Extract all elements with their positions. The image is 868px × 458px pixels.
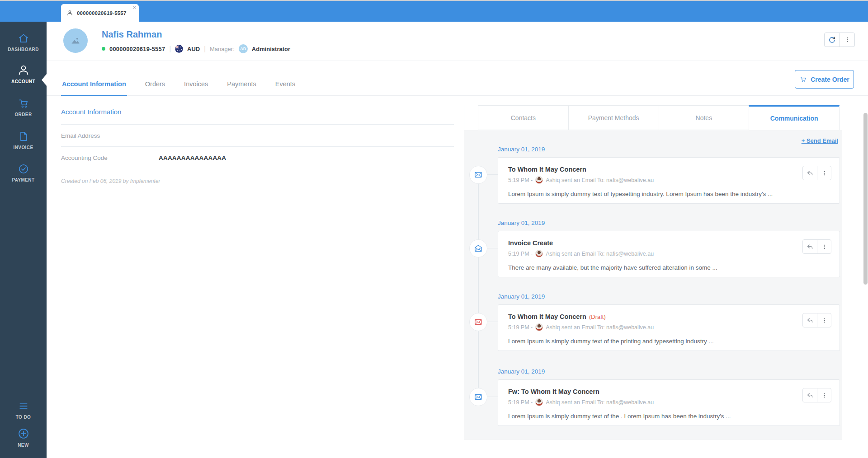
email-meta: 5:19 PM - Ashiq sent an Email To: nafis@… [508,398,830,406]
tab-payments[interactable]: Payments [226,80,257,95]
tab-notes[interactable]: Notes [659,105,750,130]
tab-invoices[interactable]: Invoices [183,80,209,95]
tab-events[interactable]: Events [274,80,296,95]
email-subject: To Whom It May Concern(Draft) [508,313,830,320]
manager-badge: AD [239,44,248,53]
sidebar-item-invoice[interactable]: INVOICE [0,131,47,150]
home-icon [18,33,29,44]
person-icon [17,64,30,76]
currency-code: AUD [187,46,200,52]
sender-avatar [535,398,543,406]
sidebar-item-todo[interactable]: TO DO [0,400,47,420]
email-meta: 5:19 PM - Ashiq sent an Email To: nafis@… [508,323,830,331]
tab-payment-methods[interactable]: Payment Methods [568,105,659,130]
account-meta-row: 000000020619-5557 | AUD | Manager: AD [102,44,290,53]
divider: | [169,45,171,52]
timeline-entry: January 01, 2019 To Whom It May Concern … [464,146,842,204]
reply-icon [807,317,813,324]
person-icon [66,9,73,16]
sidebar-item-label: ACCOUNT [0,79,47,84]
envelope-closed-icon [469,388,487,406]
tab-account-information[interactable]: Account Information [61,80,127,96]
list-lines-icon [18,400,29,412]
sender-avatar [535,176,543,184]
section-title: Account Information [61,108,454,116]
close-icon[interactable]: × [132,5,136,11]
kebab-menu-icon [821,170,827,177]
email-preview: There are many available, but the majori… [508,264,830,271]
timeline-connector [487,322,498,322]
sidebar-item-account[interactable]: ACCOUNT [0,64,47,84]
account-number: 000000020619-5557 [109,46,165,52]
header-action-group [824,33,855,47]
email-time: 5:19 PM - [508,399,533,406]
divider: | [204,45,206,52]
send-email-link[interactable]: + Send Email [802,137,838,144]
email-more-button[interactable] [817,388,831,402]
reply-button[interactable] [803,388,817,402]
app-window: 000000020619-5557 × DASHBOARD ACCOUNT [0,0,868,458]
email-card[interactable]: Invoice Create 5:19 PM - Ashiq sent an E… [498,231,840,277]
reply-button[interactable] [803,166,817,180]
account-avatar [63,28,88,53]
draft-badge: (Draft) [589,313,606,320]
email-subject: Fw: To Whom It May Concern [508,388,830,395]
kebab-menu-icon [821,243,827,250]
email-more-button[interactable] [817,240,831,253]
email-preview: Lorem Ipsum is simply dummy text of type… [508,191,830,197]
account-tab-label: 000000020619-5557 [77,10,127,16]
email-more-button[interactable] [817,313,831,327]
vertical-scrollbar[interactable] [863,113,868,285]
tab-contacts[interactable]: Contacts [478,105,569,130]
timeline-date: January 01, 2019 [498,146,842,153]
create-order-label: Create Order [811,76,849,83]
email-action-group [802,388,831,402]
email-sender: Ashiq sent an Email To: nafis@webalive.a… [546,324,654,331]
tab-orders[interactable]: Orders [144,80,166,95]
timeline-date: January 01, 2019 [498,368,842,375]
email-more-button[interactable] [817,166,831,180]
reply-icon [807,170,813,177]
tab-communication[interactable]: Communication [749,105,840,130]
sidebar-item-label: NEW [0,443,47,448]
created-note: Created on Feb 06, 2019 by Implementer [61,178,454,184]
envelope-closed-icon [469,166,487,184]
reply-button[interactable] [803,313,817,327]
timeline-connector [487,248,498,248]
create-order-button[interactable]: Create Order [795,70,854,89]
timeline-line [478,175,479,397]
email-sender: Ashiq sent an Email To: nafis@webalive.a… [546,177,654,183]
panel-tab-bar: Contacts Payment Methods Notes Communica… [478,105,840,130]
reply-icon [807,243,813,250]
refresh-button[interactable] [825,33,840,47]
sidebar-item-label: TO DO [0,415,47,420]
field-label: Accounting Code [61,154,159,161]
manager-name: Administrator [252,46,290,52]
account-tab[interactable]: 000000020619-5557 × [61,4,139,22]
image-placeholder-icon [70,35,81,47]
sidebar: DASHBOARD ACCOUNT ORDER INVOICE [0,22,47,458]
sidebar-item-label: DASHBOARD [0,47,47,52]
timeline-connector [487,397,498,397]
more-options-button[interactable] [840,33,854,47]
sidebar-item-payment[interactable]: PAYMENT [0,163,47,182]
sidebar-item-dashboard[interactable]: DASHBOARD [0,33,47,52]
timeline-entry: January 01, 2019 Fw: To Whom It May Conc… [464,368,842,426]
email-sender: Ashiq sent an Email To: nafis@webalive.a… [546,251,654,257]
reply-button[interactable] [803,240,817,253]
sidebar-item-label: ORDER [0,112,47,117]
email-card[interactable]: To Whom It May Concern(Draft) 5:19 PM - … [498,304,840,351]
email-action-group [802,166,831,180]
sidebar-item-order[interactable]: ORDER [0,98,47,117]
refresh-icon [828,36,836,44]
sender-avatar [535,250,543,257]
sidebar-item-label: INVOICE [0,145,47,150]
sidebar-item-new[interactable]: NEW [0,427,47,448]
timeline-entry: January 01, 2019 To Whom It May Concern(… [464,293,842,351]
timeline-entry: January 01, 2019 Invoice Create 5:19 PM … [464,220,842,277]
main-tab-bar: Account Information Orders Invoices Paym… [47,61,868,96]
email-card[interactable]: To Whom It May Concern 5:19 PM - Ashiq s… [498,157,840,204]
field-row-email: Email Address [61,124,454,146]
page-title-account-name: Nafis Rahman [102,29,162,40]
email-card[interactable]: Fw: To Whom It May Concern 5:19 PM - Ash… [498,379,840,426]
